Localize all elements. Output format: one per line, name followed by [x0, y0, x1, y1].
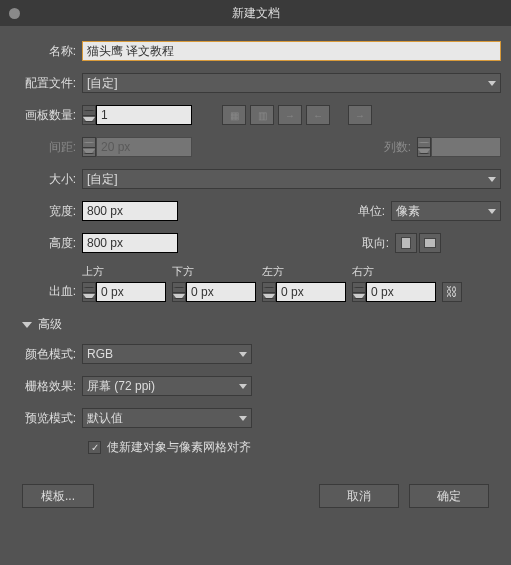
advanced-disclosure[interactable]	[22, 322, 32, 328]
chevron-down-icon	[488, 81, 496, 86]
orient-portrait-button[interactable]	[395, 233, 417, 253]
align-grid-checkbox[interactable]: ✓	[88, 441, 101, 454]
size-label: 大小:	[10, 171, 82, 188]
titlebar: 新建文档	[0, 0, 511, 26]
colormode-label: 颜色模式:	[10, 346, 82, 363]
width-label: 宽度:	[10, 203, 82, 220]
align-grid-label: 使新建对象与像素网格对齐	[107, 439, 251, 456]
preview-value: 默认值	[87, 410, 123, 427]
name-input[interactable]	[82, 41, 501, 61]
profile-select[interactable]: [自定]	[82, 73, 501, 93]
cancel-button[interactable]: 取消	[319, 484, 399, 508]
close-button[interactable]	[9, 8, 20, 19]
chevron-down-icon	[488, 177, 496, 182]
bleed-top-input[interactable]	[96, 282, 166, 302]
columns-input	[431, 137, 501, 157]
columns-label: 列数:	[367, 139, 417, 156]
units-value: 像素	[396, 203, 420, 220]
height-label: 高度:	[10, 235, 82, 252]
columns-spinner	[417, 137, 431, 157]
grid-row-icon: ▦	[222, 105, 246, 125]
artboards-input[interactable]	[96, 105, 192, 125]
grid-col-icon: ▥	[250, 105, 274, 125]
chevron-down-icon	[239, 352, 247, 357]
advanced-label: 高级	[38, 316, 62, 333]
name-label: 名称:	[10, 43, 82, 60]
bleed-bottom-input[interactable]	[186, 282, 256, 302]
preview-select[interactable]: 默认值	[82, 408, 252, 428]
bleed-left-input[interactable]	[276, 282, 346, 302]
units-label: 单位:	[341, 203, 391, 220]
bleed-right-label: 右方	[352, 264, 436, 279]
bleed-right-input[interactable]	[366, 282, 436, 302]
dialog-title: 新建文档	[232, 5, 280, 22]
bleed-left-spinner[interactable]	[262, 282, 276, 302]
colormode-value: RGB	[87, 347, 113, 361]
portrait-icon	[401, 237, 411, 249]
bleed-top-label: 上方	[82, 264, 166, 279]
bleed-top-spinner[interactable]	[82, 282, 96, 302]
bleed-bottom-spinner[interactable]	[172, 282, 186, 302]
template-button[interactable]: 模板...	[22, 484, 94, 508]
orient-landscape-button[interactable]	[419, 233, 441, 253]
bleed-link-button[interactable]: ⛓	[442, 282, 462, 302]
size-value: [自定]	[87, 171, 118, 188]
artboards-spinner[interactable]	[82, 105, 96, 125]
chevron-down-icon	[239, 416, 247, 421]
ok-button[interactable]: 确定	[409, 484, 489, 508]
arrange-down-icon: →	[348, 105, 372, 125]
orient-label: 取向:	[345, 235, 395, 252]
chevron-down-icon	[488, 209, 496, 214]
profile-value: [自定]	[87, 75, 118, 92]
spacing-input	[96, 137, 192, 157]
arrange-left-icon: ←	[306, 105, 330, 125]
artboards-label: 画板数量:	[10, 107, 82, 124]
height-input[interactable]	[82, 233, 178, 253]
bleed-label: 出血:	[10, 283, 82, 300]
raster-select[interactable]: 屏幕 (72 ppi)	[82, 376, 252, 396]
landscape-icon	[424, 238, 436, 248]
size-select[interactable]: [自定]	[82, 169, 501, 189]
profile-label: 配置文件:	[10, 75, 82, 92]
dialog-content: 名称: 配置文件: [自定] 画板数量: ▦ ▥ → ← → 间距: 列数: 大…	[0, 26, 511, 518]
bleed-right-spinner[interactable]	[352, 282, 366, 302]
bleed-bottom-label: 下方	[172, 264, 256, 279]
colormode-select[interactable]: RGB	[82, 344, 252, 364]
arrange-right-icon: →	[278, 105, 302, 125]
width-input[interactable]	[82, 201, 178, 221]
preview-label: 预览模式:	[10, 410, 82, 427]
spacing-spinner	[82, 137, 96, 157]
chevron-down-icon	[239, 384, 247, 389]
raster-label: 栅格效果:	[10, 378, 82, 395]
spacing-label: 间距:	[10, 139, 82, 156]
units-select[interactable]: 像素	[391, 201, 501, 221]
bleed-left-label: 左方	[262, 264, 346, 279]
raster-value: 屏幕 (72 ppi)	[87, 378, 155, 395]
